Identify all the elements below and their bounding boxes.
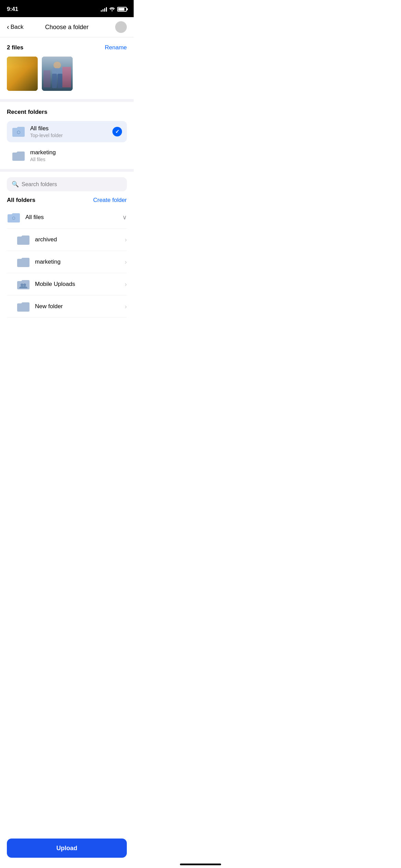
folder-list-item-allfiles[interactable]: ⬡ All files ∨ <box>7 206 127 229</box>
folder-name-marketing: marketing <box>30 149 122 156</box>
recent-folders-title: Recent folders <box>7 109 127 116</box>
folder-list-item-marketing[interactable]: marketing › <box>7 251 127 273</box>
folder-list-icon-archived <box>16 233 30 246</box>
file-thumbnail-1[interactable] <box>7 57 38 91</box>
all-folders-section: All folders Create folder ⬡ All files ∨ … <box>0 191 134 318</box>
chevron-right-icon-new-folder: › <box>125 303 127 310</box>
status-bar: 9:41 <box>0 0 134 17</box>
files-header: 2 files Rename <box>7 44 127 51</box>
all-folders-header: All folders Create folder <box>7 197 127 204</box>
nav-title: Choose a folder <box>45 24 88 31</box>
search-section: 🔍 <box>0 172 134 191</box>
folder-list-name-allfiles: All files <box>25 214 44 221</box>
thumb1-svg <box>7 57 38 91</box>
svg-rect-7 <box>52 74 57 88</box>
svg-rect-9 <box>62 67 71 87</box>
rename-button[interactable]: Rename <box>105 44 127 51</box>
back-chevron-icon: ‹ <box>7 23 9 31</box>
folder-sub-marketing: All files <box>30 157 122 162</box>
svg-point-14 <box>23 284 26 286</box>
folder-list-name-new-folder: New folder <box>35 303 63 310</box>
folder-name-allfiles: All files <box>30 125 108 132</box>
recent-folder-item-marketing[interactable]: marketing All files <box>7 145 127 166</box>
folder-list-icon-new-folder <box>16 300 30 313</box>
recent-folders-section: Recent folders ⬡ All files Top-level fol… <box>0 102 134 172</box>
svg-rect-3 <box>27 75 32 76</box>
svg-text:⬡: ⬡ <box>17 130 20 135</box>
wifi-icon <box>109 7 115 12</box>
search-bar[interactable]: 🔍 <box>7 177 127 191</box>
thumb2-svg <box>42 57 73 91</box>
file-thumbnails <box>7 57 127 91</box>
svg-rect-10 <box>44 70 50 87</box>
svg-rect-6 <box>52 68 62 74</box>
svg-rect-2 <box>13 75 18 76</box>
folder-list-name-marketing2: marketing <box>35 258 61 265</box>
folder-svg-marketing <box>12 149 25 162</box>
status-time: 9:41 <box>7 6 18 13</box>
folder-list-icon-mobile-uploads <box>16 278 30 290</box>
folder-list-item-new-folder[interactable]: New folder › <box>7 296 127 318</box>
avatar[interactable] <box>115 21 127 33</box>
svg-rect-0 <box>7 57 38 91</box>
folder-icon-marketing <box>12 149 25 162</box>
chevron-right-icon-marketing: › <box>125 258 127 266</box>
files-section: 2 files Rename <box>0 37 134 102</box>
search-input[interactable] <box>22 181 122 188</box>
folder-list-item-archived[interactable]: archived › <box>7 229 127 251</box>
svg-rect-5 <box>53 62 61 69</box>
dropbox-folder-svg: ⬡ <box>12 125 25 138</box>
folder-list-icon-allfiles: ⬡ <box>7 211 21 224</box>
svg-rect-8 <box>58 74 62 88</box>
svg-text:⬡: ⬡ <box>12 216 15 220</box>
chevron-right-icon-archived: › <box>125 236 127 243</box>
back-label: Back <box>11 24 24 31</box>
folder-info-allfiles: All files Top-level folder <box>30 125 108 138</box>
folder-list-name-mobile-uploads: Mobile Uploads <box>35 281 75 288</box>
folder-list-name-archived: archived <box>35 236 57 243</box>
selected-check-allfiles <box>112 127 122 136</box>
all-folders-title: All folders <box>7 197 35 204</box>
main-content: 2 files Rename <box>0 37 134 355</box>
chevron-down-icon-allfiles: ∨ <box>122 214 127 221</box>
recent-folder-item-allfiles[interactable]: ⬡ All files Top-level folder <box>7 121 127 142</box>
back-button[interactable]: ‹ Back <box>7 23 23 31</box>
file-thumbnail-2[interactable] <box>42 57 73 91</box>
nav-bar: ‹ Back Choose a folder <box>0 17 134 37</box>
folder-list-item-mobile-uploads[interactable]: Mobile Uploads › <box>7 273 127 296</box>
files-count: 2 files <box>7 44 23 51</box>
search-icon: 🔍 <box>12 181 19 188</box>
folder-list-icon-marketing2 <box>16 256 30 268</box>
signal-icon <box>101 7 107 12</box>
folder-icon-allfiles: ⬡ <box>12 125 25 138</box>
folder-info-marketing: marketing All files <box>30 149 122 162</box>
battery-icon <box>117 7 127 12</box>
folder-sub-allfiles: Top-level folder <box>30 133 108 138</box>
svg-point-13 <box>21 284 23 286</box>
svg-rect-4 <box>42 57 73 91</box>
chevron-right-icon-mobile-uploads: › <box>125 281 127 288</box>
create-folder-button[interactable]: Create folder <box>93 197 127 204</box>
status-icons <box>101 7 127 12</box>
svg-rect-1 <box>18 63 27 70</box>
